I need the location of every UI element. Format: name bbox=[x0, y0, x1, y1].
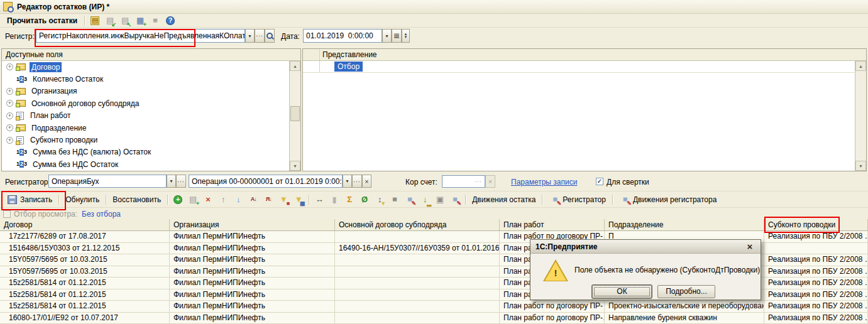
for-collapse-checkbox[interactable]: ✓ bbox=[596, 178, 603, 185]
autofit-icon[interactable]: ↕▼ bbox=[373, 194, 386, 205]
filter-settings-icon[interactable]: ▼▦ bbox=[292, 194, 305, 205]
spinner-arrows-icon: ▲▼ bbox=[404, 33, 408, 39]
add-copy-icon[interactable]: ▤+ bbox=[187, 194, 199, 205]
record-params-link[interactable]: Параметры записи bbox=[511, 178, 577, 186]
delete-icon[interactable]: × bbox=[202, 194, 214, 205]
column-header[interactable]: Основной договор субподряда bbox=[335, 219, 500, 230]
close-icon[interactable]: × bbox=[744, 241, 755, 252]
edit-record-icon-badge: ✎ bbox=[457, 201, 462, 207]
registrator-document-input[interactable]: Операция 00-00000001 от 01.01.2019 0:00:… bbox=[189, 175, 343, 188]
registrator-document-select[interactable]: ... bbox=[352, 175, 362, 188]
column-icon[interactable]: ▮ bbox=[328, 194, 341, 205]
sum-icon[interactable]: Σ bbox=[343, 194, 356, 205]
ellipsis-icon: ... bbox=[475, 177, 482, 183]
restore-width-icon-glyph: ↔ bbox=[316, 195, 324, 203]
chevron-down-icon: ▼ bbox=[169, 179, 173, 183]
unload-balances-icon[interactable]: ▤↖ bbox=[119, 15, 131, 26]
register-select-button[interactable]: ... bbox=[255, 29, 265, 43]
register-dropdown-button[interactable]: ▼ bbox=[245, 29, 255, 43]
register-input[interactable]: РегистрНакопления.инжВыручкаНеПредъявлен… bbox=[36, 29, 245, 43]
table-cell: Филиал ПермНИПИнефть bbox=[170, 278, 335, 289]
date-spinner[interactable]: ▲▼ bbox=[402, 29, 410, 43]
move-down-icon[interactable]: ↓ bbox=[232, 194, 244, 205]
tree-item[interactable]: +Основной договор субподряда bbox=[2, 97, 290, 109]
balance-movements-button[interactable]: Движения остатка bbox=[468, 194, 539, 205]
register-search-button[interactable] bbox=[265, 29, 275, 43]
save-file-icon[interactable]: ↓▂ bbox=[419, 194, 431, 205]
date-dropdown-button[interactable]: ▼ bbox=[382, 29, 392, 43]
list-settings-icon[interactable]: ≡ bbox=[388, 194, 401, 205]
view-panel-row[interactable]: Отбор bbox=[303, 61, 866, 73]
column-header[interactable]: Организация bbox=[170, 219, 335, 230]
sort-asc-icon[interactable]: А↓ bbox=[247, 194, 260, 205]
tree-item[interactable]: +Организация bbox=[2, 85, 290, 97]
open-icon[interactable]: ▤ bbox=[89, 15, 101, 26]
empty-values-icon-glyph: Ø bbox=[361, 195, 368, 203]
edit-record-icon[interactable]: ≡✎ bbox=[449, 194, 461, 205]
print-icon[interactable]: ▣ bbox=[434, 194, 446, 205]
view-scrollbar[interactable]: ▲ ▼ bbox=[855, 61, 866, 171]
table-cell bbox=[335, 301, 500, 313]
tree-item-label: Количество Остаток bbox=[31, 74, 105, 84]
tree-item[interactable]: +Договор bbox=[2, 61, 290, 73]
details-button[interactable]: Подробно... bbox=[657, 285, 715, 298]
registrator-document-dropdown[interactable]: ▼ bbox=[343, 175, 352, 188]
view-panel-gutter bbox=[303, 49, 320, 60]
ok-button[interactable]: ОК bbox=[592, 285, 652, 298]
registrator-document-clear[interactable]: × bbox=[362, 175, 371, 188]
registrator-movements-button[interactable]: ≡✎Движения регистратора bbox=[615, 193, 720, 207]
dialog-titlebar[interactable]: 1С:Предприятие × bbox=[530, 240, 761, 254]
registrator-button[interactable]: ≡✎Регистратор bbox=[545, 193, 610, 207]
new-window-icon[interactable]: ▦+ bbox=[134, 15, 146, 26]
scroll-up-button[interactable]: ▲ bbox=[290, 61, 300, 71]
cor-account-clear[interactable]: × bbox=[485, 175, 495, 188]
registrator-type-dropdown[interactable]: ▼ bbox=[167, 175, 176, 188]
scroll-thumb[interactable] bbox=[290, 106, 300, 121]
expand-icon[interactable]: + bbox=[6, 100, 13, 107]
scroll-up-button[interactable]: ▲ bbox=[855, 61, 866, 71]
tree-item[interactable]: +Подразделение bbox=[2, 122, 290, 134]
scroll-down-button[interactable]: ▼ bbox=[855, 161, 866, 171]
expand-icon[interactable]: + bbox=[6, 112, 13, 119]
set-filter-icon[interactable]: ▼■ bbox=[277, 194, 290, 205]
column-header[interactable]: Субконто проводки bbox=[764, 219, 868, 230]
fields-scrollbar[interactable]: ▲ ▼ bbox=[289, 61, 300, 171]
tree-item[interactable]: +Субконто проводки bbox=[2, 134, 290, 146]
registrator-type-select[interactable]: ... bbox=[176, 175, 186, 188]
table-cell: 16490-16-АН/15У0307//16У0359 от 01.01.20… bbox=[335, 243, 500, 255]
add-icon[interactable]: + bbox=[172, 194, 184, 205]
column-header[interactable]: Договор bbox=[0, 219, 170, 230]
save-button[interactable]: Записать bbox=[4, 194, 56, 205]
table-row[interactable]: 15z2581/5814 от 01.12.2015Филиал ПермНИП… bbox=[0, 301, 868, 313]
expand-icon[interactable]: + bbox=[6, 124, 13, 131]
selection-item[interactable]: Отбор bbox=[334, 62, 363, 72]
view-filter-checkbox[interactable] bbox=[3, 210, 11, 218]
scroll-down-button[interactable]: ▼ bbox=[290, 161, 300, 171]
move-up-icon[interactable]: ↑ bbox=[217, 194, 229, 205]
date-input[interactable]: 01.01.2019 0:00:00 bbox=[303, 29, 382, 43]
restore-button[interactable]: Восстановить bbox=[109, 194, 165, 205]
expand-icon[interactable]: + bbox=[6, 63, 13, 70]
expand-icon[interactable]: + bbox=[6, 137, 13, 144]
date-calendar-button[interactable]: ▦ bbox=[392, 29, 402, 43]
registrator-type-input[interactable]: ОперацияБух bbox=[48, 175, 167, 188]
expand-icon[interactable]: + bbox=[6, 88, 13, 95]
no-filter-link[interactable]: Без отбора bbox=[82, 210, 121, 219]
sort-desc-icon[interactable]: Я↓ bbox=[262, 194, 275, 205]
load-balances-icon[interactable]: ▤↙ bbox=[104, 15, 116, 26]
restore-width-icon[interactable]: ↔ bbox=[313, 194, 326, 205]
cor-account-input[interactable]: ... bbox=[442, 175, 485, 188]
column-header[interactable]: План работ bbox=[500, 219, 605, 230]
help-icon[interactable]: ? bbox=[164, 15, 177, 26]
edit-list-icon[interactable]: ≡✎ bbox=[404, 194, 416, 205]
tree-item[interactable]: 123Сумма без НДС (валюта) Остаток bbox=[2, 146, 290, 158]
tree-item[interactable]: 123Сумма без НДС Остаток bbox=[2, 158, 290, 170]
read-balances-button[interactable]: Прочитать остатки bbox=[3, 15, 82, 26]
tree-item[interactable]: 123Количество Остаток bbox=[2, 73, 290, 85]
column-header[interactable]: Подразделение bbox=[605, 219, 764, 230]
hierarchy-icon[interactable]: ≡ bbox=[149, 15, 162, 26]
tree-item[interactable]: +План работ bbox=[2, 110, 290, 122]
table-row[interactable]: 16080-17/01//Е92 от 10.07.2017Филиал Пер… bbox=[0, 313, 868, 324]
empty-values-icon[interactable]: Ø bbox=[358, 194, 371, 205]
zero-button[interactable]: Обнулить bbox=[62, 194, 103, 205]
